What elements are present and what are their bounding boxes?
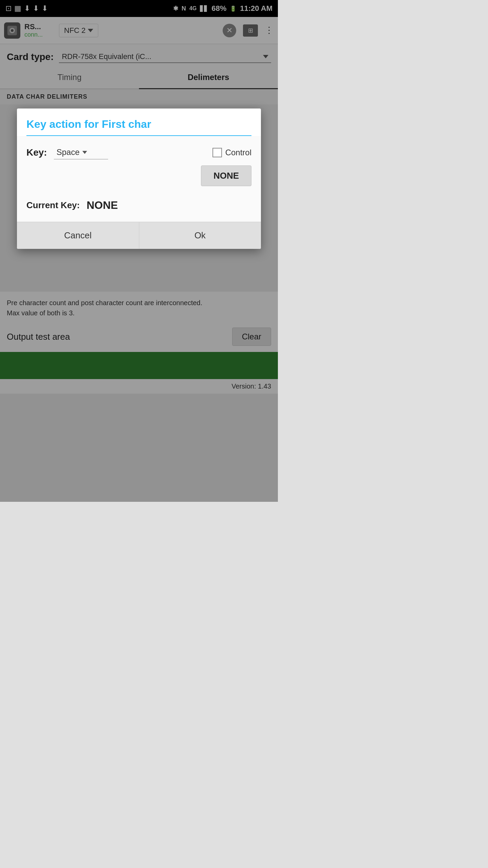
key-label: Key: (26, 147, 47, 158)
dialog-overlay (0, 0, 278, 502)
key-action-dialog: Key action for First char Key: Space Con… (17, 108, 261, 249)
ok-button[interactable]: Ok (139, 222, 261, 249)
current-key-label: Current Key: (26, 200, 80, 211)
dialog-body: Key: Space Control NONE Current Key: NON… (17, 136, 261, 222)
dialog-title: Key action for First char (26, 118, 251, 131)
dialog-key-row: Key: Space Control (26, 145, 251, 159)
control-checkbox-row: Control (212, 148, 251, 157)
control-label: Control (225, 148, 251, 157)
dialog-title-bar: Key action for First char (17, 108, 261, 136)
current-key-row: Current Key: NONE (26, 192, 251, 222)
none-button[interactable]: NONE (201, 165, 251, 186)
key-dropdown-value: Space (57, 147, 80, 157)
none-button-row: NONE (26, 165, 251, 186)
key-dropdown[interactable]: Space (54, 145, 108, 159)
cancel-button[interactable]: Cancel (17, 222, 139, 249)
control-checkbox[interactable] (212, 148, 222, 157)
dialog-buttons: Cancel Ok (17, 222, 261, 249)
key-dropdown-arrow (82, 151, 87, 154)
current-key-value: NONE (86, 199, 118, 212)
